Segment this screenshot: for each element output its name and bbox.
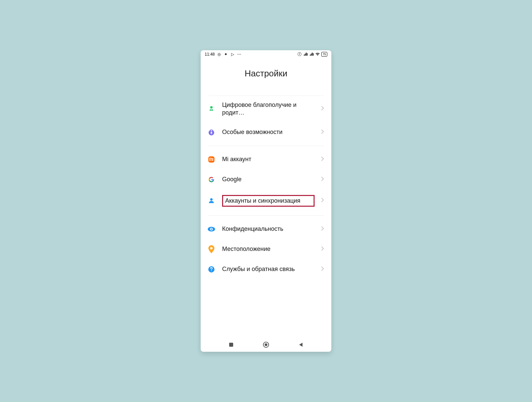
row-privacy[interactable]: Конфиденциальность xyxy=(207,219,325,239)
nav-back-button[interactable] xyxy=(298,342,304,347)
svg-point-10 xyxy=(210,247,213,250)
row-label: Цифровое благополучие и родит… xyxy=(222,101,315,117)
row-label: Mi аккаунт xyxy=(222,155,315,163)
row-label: Местоположение xyxy=(222,245,315,253)
row-label: Службы и обратная связь xyxy=(222,265,315,273)
row-accessibility[interactable]: Особые возможности xyxy=(207,122,325,142)
svg-point-0 xyxy=(210,106,212,109)
chevron-right-icon xyxy=(321,226,325,232)
svg-point-6 xyxy=(210,198,212,201)
status-time: 11:48 xyxy=(205,52,215,57)
row-label: Конфиденциальность xyxy=(222,225,315,233)
r-icon: ⓡ xyxy=(297,52,302,57)
notification-icon: ✦ xyxy=(223,52,228,57)
location-pin-icon xyxy=(207,245,216,254)
row-feedback[interactable]: Службы и обратная связь xyxy=(207,259,325,279)
row-label-highlighted: Аккаунты и синхронизация xyxy=(222,195,315,207)
row-wellbeing[interactable]: Цифровое благополучие и родит… xyxy=(207,96,325,122)
mi-icon xyxy=(207,155,216,164)
row-label: Google xyxy=(222,176,315,183)
nav-recent-button[interactable] xyxy=(228,342,234,347)
eye-icon xyxy=(207,224,216,234)
chevron-right-icon xyxy=(321,106,325,112)
row-google[interactable]: Google xyxy=(207,170,325,190)
person-icon xyxy=(207,196,216,205)
chevron-right-icon xyxy=(321,266,325,272)
row-accounts-sync[interactable]: Аккаунты и синхронизация xyxy=(207,190,325,212)
accessibility-icon xyxy=(207,128,216,137)
signal2-icon xyxy=(309,52,314,57)
battery-icon: 75 xyxy=(321,52,327,57)
svg-point-12 xyxy=(211,271,212,271)
chevron-right-icon xyxy=(321,129,325,135)
svg-point-15 xyxy=(265,343,267,346)
status-bar: 11:48 ◎ ✦ ▷ ⋯ ⓡ 75 xyxy=(201,50,331,58)
svg-point-4 xyxy=(211,130,212,131)
wellbeing-icon xyxy=(207,104,216,114)
svg-point-9 xyxy=(211,228,212,230)
nav-bar xyxy=(201,338,331,352)
chevron-right-icon xyxy=(321,156,325,162)
google-icon xyxy=(207,175,216,184)
signal1-icon xyxy=(303,52,308,57)
svg-rect-13 xyxy=(229,343,233,347)
page-title: Настройки xyxy=(201,58,331,95)
divider xyxy=(208,146,324,146)
chevron-right-icon xyxy=(321,177,325,183)
chevron-right-icon xyxy=(321,246,325,252)
row-location[interactable]: Местоположение xyxy=(207,239,325,259)
nav-home-button[interactable] xyxy=(263,341,269,348)
instagram-icon: ◎ xyxy=(217,52,221,57)
row-label: Особые возможности xyxy=(222,128,315,136)
settings-list: Цифровое благополучие и родит… Особые во… xyxy=(201,95,331,338)
row-mi-account[interactable]: Mi аккаунт xyxy=(207,149,325,170)
more-icon: ⋯ xyxy=(237,52,242,57)
phone-frame: 11:48 ◎ ✦ ▷ ⋯ ⓡ 75 Настройки xyxy=(201,50,331,352)
help-icon xyxy=(207,265,216,274)
play-icon: ▷ xyxy=(230,52,235,57)
wifi-icon xyxy=(315,52,320,57)
divider xyxy=(208,215,324,216)
chevron-right-icon xyxy=(321,198,325,204)
svg-rect-5 xyxy=(208,156,214,162)
